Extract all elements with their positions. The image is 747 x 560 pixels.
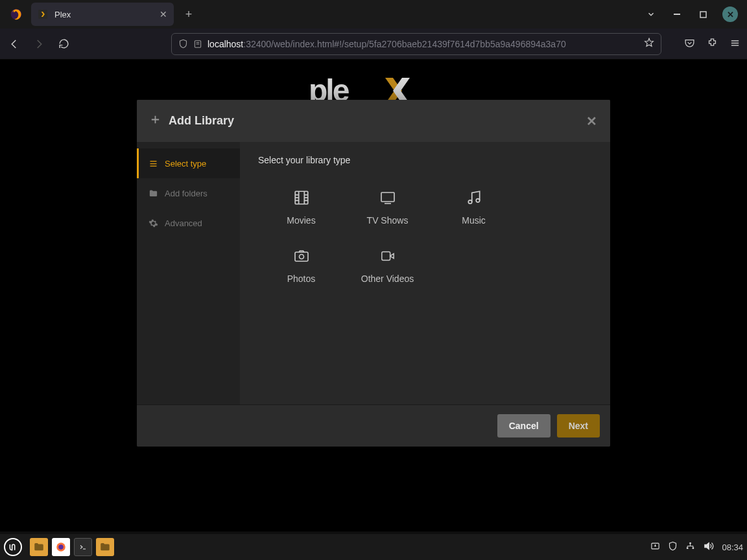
taskbar-folder-icon[interactable] xyxy=(96,538,114,556)
reload-button[interactable] xyxy=(56,36,71,52)
svg-rect-36 xyxy=(690,542,692,544)
step-add-folders[interactable]: Add folders xyxy=(137,178,240,208)
step-advanced[interactable]: Advanced xyxy=(137,208,240,238)
wizard-steps: Select type Add folders Advanced xyxy=(137,142,240,404)
add-library-modal: Add Library ✕ Select type Add folders Ad… xyxy=(137,100,610,447)
tray-update-icon[interactable] xyxy=(650,541,660,553)
type-label: Other Videos xyxy=(361,274,414,284)
step-label: Add folders xyxy=(165,189,208,198)
url-bar[interactable]: localhost:32400/web/index.html#!/setup/5… xyxy=(171,33,661,55)
next-button[interactable]: Next xyxy=(557,414,600,438)
camera-icon xyxy=(291,248,312,264)
list-all-tabs-icon[interactable] xyxy=(645,8,658,21)
desktop-panel: 08:34 xyxy=(0,534,747,560)
type-tv-shows[interactable]: TV Shows xyxy=(344,178,431,237)
svg-point-33 xyxy=(58,544,64,550)
tray-shield-icon[interactable] xyxy=(668,541,678,553)
tv-icon xyxy=(377,189,398,206)
taskbar-files-icon[interactable] xyxy=(30,538,48,556)
type-label: TV Shows xyxy=(367,215,409,226)
film-icon xyxy=(291,189,312,206)
modal-footer: Cancel Next xyxy=(137,404,610,447)
back-button[interactable] xyxy=(6,36,22,52)
svg-rect-1 xyxy=(38,10,47,19)
type-label: Movies xyxy=(287,215,315,226)
browser-toolbar: localhost:32400/web/index.html#!/setup/5… xyxy=(0,29,747,60)
bookmark-star-icon[interactable] xyxy=(644,38,654,50)
type-label: Photos xyxy=(287,274,316,284)
svg-rect-25 xyxy=(381,192,394,202)
step-content: Select your library type Movies TV Shows… xyxy=(240,142,610,404)
type-label: Music xyxy=(462,215,486,226)
svg-point-28 xyxy=(476,199,479,202)
svg-rect-38 xyxy=(693,547,694,549)
type-photos[interactable]: Photos xyxy=(258,237,344,295)
modal-header: Add Library ✕ xyxy=(137,100,610,142)
pocket-icon[interactable] xyxy=(684,38,695,51)
page-info-icon xyxy=(193,40,202,49)
window-close-icon[interactable]: ✕ xyxy=(722,6,738,22)
step-label: Select type xyxy=(165,159,206,169)
content-title: Select your library type xyxy=(258,155,592,165)
step-label: Advanced xyxy=(165,218,202,228)
cancel-button[interactable]: Cancel xyxy=(497,414,551,438)
app-menu-icon[interactable] xyxy=(729,38,741,51)
modal-close-icon[interactable]: ✕ xyxy=(586,113,597,129)
type-music[interactable]: Music xyxy=(431,178,517,237)
step-select-type[interactable]: Select type xyxy=(137,148,240,178)
page-content: ple Add Library ✕ Select type Add folder… xyxy=(0,60,747,531)
svg-point-27 xyxy=(468,200,471,204)
firefox-icon xyxy=(9,7,23,21)
modal-title: Add Library xyxy=(169,114,234,128)
tray-clock[interactable]: 08:34 xyxy=(722,542,743,552)
shield-icon xyxy=(178,39,188,49)
extensions-icon[interactable] xyxy=(707,38,718,51)
tab-close-icon[interactable]: ✕ xyxy=(160,9,167,19)
tray-network-icon[interactable] xyxy=(685,541,695,553)
browser-tab[interactable]: Plex ✕ xyxy=(31,3,174,26)
type-movies[interactable]: Movies xyxy=(258,178,344,237)
minimize-icon[interactable] xyxy=(670,8,683,21)
url-text: localhost:32400/web/index.html#!/setup/5… xyxy=(208,39,644,49)
svg-rect-29 xyxy=(295,252,308,261)
svg-rect-3 xyxy=(700,12,706,18)
type-other-videos[interactable]: Other Videos xyxy=(344,237,431,295)
forward-button[interactable] xyxy=(31,36,47,52)
taskbar-firefox-icon[interactable] xyxy=(52,538,70,556)
window-titlebar: Plex ✕ + ✕ xyxy=(0,0,747,29)
svg-rect-31 xyxy=(381,252,390,261)
start-menu-icon[interactable] xyxy=(4,538,22,556)
plex-favicon-icon xyxy=(38,9,48,19)
video-icon xyxy=(377,248,398,264)
plus-icon xyxy=(150,114,161,128)
taskbar-terminal-icon[interactable] xyxy=(74,538,92,556)
svg-point-30 xyxy=(299,255,303,259)
tab-title: Plex xyxy=(54,10,71,19)
tray-volume-icon[interactable] xyxy=(703,541,714,554)
svg-rect-37 xyxy=(687,547,689,549)
maximize-icon[interactable] xyxy=(696,8,709,21)
music-icon xyxy=(464,189,484,206)
new-tab-button[interactable]: + xyxy=(179,5,198,24)
